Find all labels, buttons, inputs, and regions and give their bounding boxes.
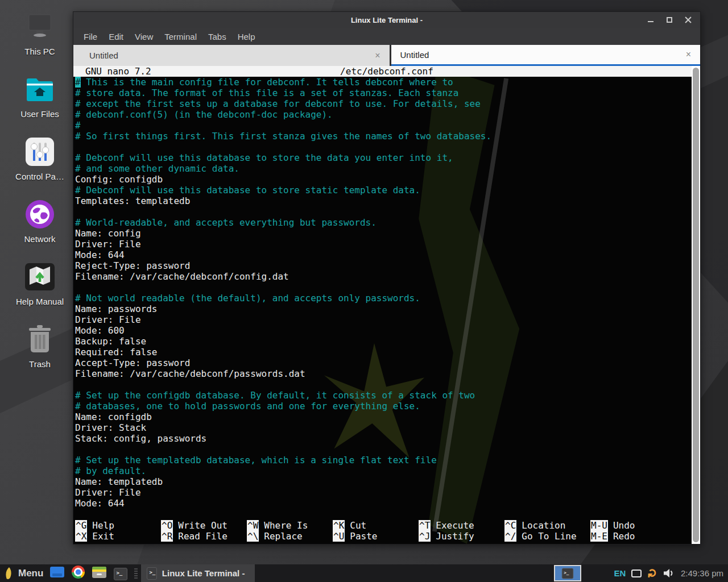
terminal-line: Filename: /var/cache/debconf/config.dat [75, 271, 700, 282]
shortcut-column: ^TExecute^JJustify [419, 520, 504, 542]
system-tray: EN ↻ 2:49:36 pm [614, 567, 728, 579]
keyboard-layout-indicator[interactable]: EN [614, 568, 626, 578]
user-files-folder-icon [24, 73, 56, 106]
shortcut-column: ^CLocation^/Go To Line [504, 520, 590, 542]
quick-launchers: >_ [50, 566, 127, 581]
shortcut-redo: M-ERedo [590, 531, 676, 542]
menu-help[interactable]: Help [238, 32, 255, 41]
terminal-line: # [75, 120, 700, 131]
terminal-scrollbar[interactable] [692, 66, 700, 544]
scrollbar-thumb[interactable] [693, 68, 699, 542]
shortcut-column: ^KCut^UPaste [333, 520, 419, 542]
monitor-icon [24, 10, 56, 43]
shortcut-undo: M-UUndo [590, 520, 676, 531]
terminal-line: Driver: File [75, 487, 700, 498]
desktop-icon-help-manual[interactable]: Help Manual [7, 260, 73, 323]
taskbar-window-label: Linux Lite Terminal - [162, 568, 245, 578]
shortcut-key: ^O [161, 520, 173, 531]
start-menu-button[interactable]: Menu [0, 564, 50, 582]
shortcut-justify: ^JJustify [419, 531, 504, 542]
terminal-line: Required: false [75, 347, 700, 357]
shortcut-key: ^U [333, 531, 345, 542]
shortcut-column: M-UUndoM-ERedo [590, 520, 676, 542]
menu-bar: FileEditViewTerminalTabsHelp [73, 28, 700, 45]
terminal-line: # This is the main config file for debco… [75, 77, 700, 88]
menu-terminal[interactable]: Terminal [164, 32, 197, 41]
terminal-window: Linux Lite Terminal - FileEditViewTermin… [73, 11, 701, 544]
terminal-line [75, 444, 700, 455]
tab-close-icon[interactable]: × [686, 50, 691, 59]
terminal-line: Driver: File [75, 314, 700, 325]
desktop-icon-user-files[interactable]: User Files [7, 73, 73, 135]
shortcut-key: ^K [333, 520, 345, 531]
workspace-pager[interactable]: >_ [554, 565, 581, 581]
desktop-icon-network[interactable]: Network [7, 198, 73, 260]
terminal-line: # except the first sets up a database fo… [75, 98, 700, 109]
control-panel-icon [25, 135, 55, 168]
tab-untitled-2[interactable]: Untitled× [391, 45, 701, 66]
desktop-icon-label: Help Manual [16, 297, 64, 306]
desktop-icon-trash[interactable]: Trash [7, 323, 73, 385]
tab-untitled-1[interactable]: Untitled× [73, 45, 390, 66]
tab-label: Untitled [400, 50, 429, 60]
terminal-icon: >_ [147, 567, 156, 580]
terminal-line: Stack: config, passwords [75, 433, 700, 444]
terminal-line: # store data. The format of this file is… [75, 88, 700, 98]
shortcut-label: Read File [178, 531, 228, 542]
close-icon[interactable] [685, 16, 692, 23]
clipboard-icon[interactable] [631, 569, 642, 577]
shortcut-column: ^OWrite Out^RRead File [161, 520, 247, 542]
maximize-icon[interactable] [666, 16, 673, 23]
menu-view[interactable]: View [135, 32, 153, 41]
terminal-line: Name: passwords [75, 304, 700, 314]
desktop-icon-control-pa-[interactable]: Control Pa… [7, 135, 73, 198]
menu-edit[interactable]: Edit [109, 32, 123, 41]
desktop: This PCUser FilesControl Pa…NetworkHelp … [0, 0, 728, 582]
shortcut-key: ^/ [504, 531, 516, 542]
shortcut-paste: ^UPaste [333, 531, 419, 542]
taskbar-window-button[interactable]: >_ Linux Lite Terminal - [141, 564, 255, 582]
shortcut-write-out: ^OWrite Out [161, 520, 247, 531]
terminal-line: Name: templatedb [75, 476, 700, 487]
terminal-line: Driver: File [75, 239, 700, 250]
minimize-icon[interactable] [647, 16, 654, 23]
desktop-icon-this-pc[interactable]: This PC [7, 10, 73, 73]
terminal-view[interactable]: GNU nano 7.2 /etc/debconf.conf # This is… [73, 66, 700, 544]
shortcut-read-file: ^RRead File [161, 531, 247, 542]
clock[interactable]: 2:49:36 pm [681, 568, 723, 578]
shortcut-label: Replace [264, 531, 302, 542]
menu-tabs[interactable]: Tabs [208, 32, 226, 41]
volume-icon[interactable] [663, 568, 674, 578]
shortcut-label: Justify [436, 531, 474, 542]
shortcut-key: M-U [590, 520, 608, 531]
window-titlebar[interactable]: Linux Lite Terminal - [73, 12, 700, 28]
terminal-line: Config: configdb [75, 174, 700, 185]
network-globe-icon [25, 198, 55, 231]
nano-cursor: # [75, 77, 81, 88]
window-title: Linux Lite Terminal - [73, 16, 700, 24]
terminal-line: Templates: templatedb [75, 196, 700, 206]
nano-buffer: # This is the main config file for debco… [73, 77, 700, 509]
terminal-line: # Debconf will use this database to stor… [75, 185, 700, 196]
desktop-icon-label: Network [24, 234, 55, 244]
shortcut-label: Execute [436, 520, 474, 531]
launcher-archive-icon[interactable] [92, 567, 106, 580]
shortcut-label: Where Is [264, 520, 308, 531]
shortcut-label: Exit [92, 531, 114, 542]
tab-close-icon[interactable]: × [375, 51, 380, 60]
shortcut-label: Write Out [178, 520, 228, 531]
terminal-line: Filename: /var/cache/debconf/passwords.d… [75, 368, 700, 379]
launcher-file-manager-icon[interactable] [50, 567, 64, 580]
shortcut-where-is: ^WWhere Is [247, 520, 333, 531]
launcher-terminal-icon[interactable]: >_ [114, 567, 127, 580]
shortcut-key: M-E [590, 531, 608, 542]
trash-icon [27, 323, 53, 356]
terminal-line: Mode: 600 [75, 325, 700, 336]
shortcut-replace: ^\Replace [247, 531, 333, 542]
shortcut-label: Undo [613, 520, 635, 531]
update-icon[interactable]: ↻ [647, 568, 659, 579]
launcher-chrome-icon[interactable] [72, 566, 85, 581]
menu-file[interactable]: File [84, 32, 97, 41]
nano-header: GNU nano 7.2 /etc/debconf.conf [73, 66, 700, 77]
shortcut-label: Redo [613, 531, 635, 542]
